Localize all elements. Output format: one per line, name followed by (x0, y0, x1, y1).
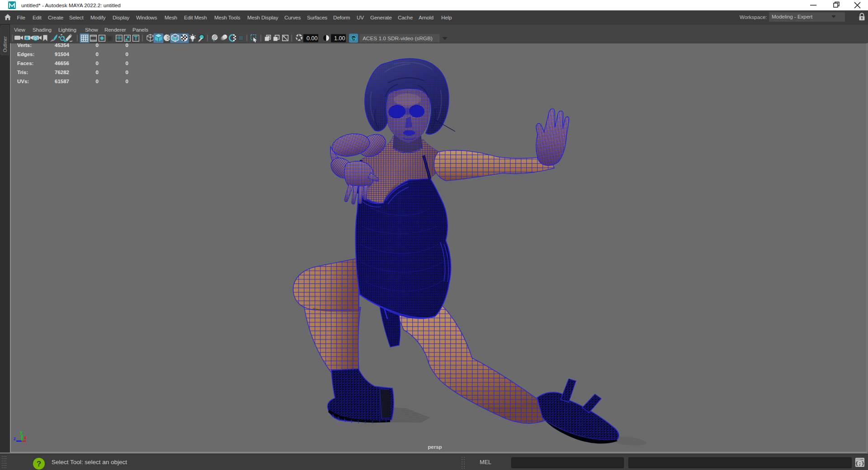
svg-text:{;}: {;} (855, 461, 864, 466)
svg-text:?: ? (37, 460, 41, 468)
svg-text:ON: ON (351, 37, 356, 41)
svg-text:1.00: 1.00 (334, 35, 345, 42)
svg-text:0.00: 0.00 (307, 35, 317, 42)
svg-text:ACES 1.0 SDR-video (sRGB): ACES 1.0 SDR-video (sRGB) (363, 35, 433, 42)
